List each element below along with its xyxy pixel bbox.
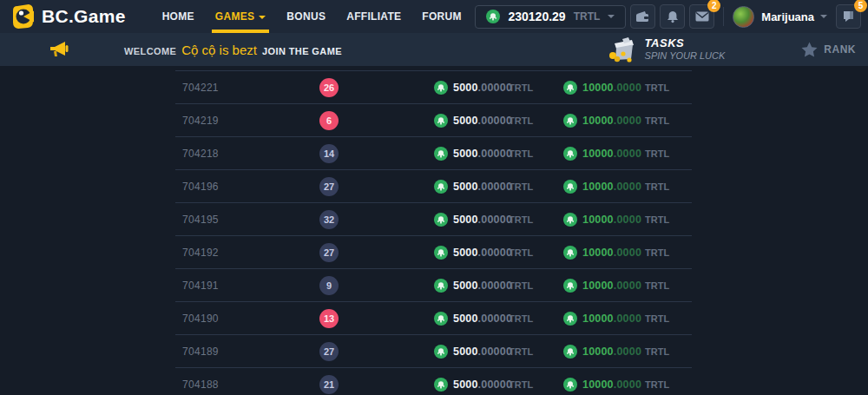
nav-item-home[interactable]: HOME <box>152 0 205 33</box>
result-badge: 26 <box>319 78 339 97</box>
table-row[interactable]: 704191 9 5000.00000 TRTL 10000.0000 <box>175 269 692 302</box>
payout-currency: TRTL <box>640 247 669 258</box>
welcome-username: Cộ cộ is bezt <box>181 43 257 57</box>
result-badge: 27 <box>319 177 339 196</box>
bet-amount-cell: 5000.00000 <box>359 147 505 161</box>
bet-amount: 5000.00000 <box>453 148 512 160</box>
banner-right: TASKS SPIN YOUR LUCK RANK <box>606 36 868 63</box>
chat-count-badge: 5 <box>854 0 867 12</box>
bet-amount: 5000.00000 <box>453 214 512 226</box>
payout-amount: 10000.0000 <box>582 214 641 226</box>
nav-item-games[interactable]: GAMES <box>205 0 277 33</box>
chat-button[interactable]: 5 <box>836 4 861 29</box>
bell-icon <box>667 10 679 23</box>
main-nav: HOMEGAMESBONUSAFFILIATEFORUM <box>152 0 472 33</box>
result-badge: 32 <box>319 210 339 229</box>
top-navbar: BC.Game HOMEGAMESBONUSAFFILIATEFORUM 230… <box>0 0 868 33</box>
payout-currency: TRTL <box>640 280 669 291</box>
bet-amount: 5000.00000 <box>453 115 512 127</box>
user-menu[interactable]: Marijuana <box>733 6 827 28</box>
nav-item-affiliate[interactable]: AFFILIATE <box>336 0 411 33</box>
payout-amount-cell: 10000.0000 <box>557 213 640 227</box>
chevron-down-icon <box>608 15 615 18</box>
treasure-chest-icon <box>606 36 637 63</box>
bet-id: 704195 <box>175 214 299 226</box>
bet-id: 704189 <box>175 346 299 358</box>
payout-amount: 10000.0000 <box>582 280 641 292</box>
bet-amount: 5000.00000 <box>453 313 512 325</box>
trtl-coin-icon <box>563 312 577 326</box>
welcome-message: WELCOME Cộ cộ is bezt JOIN THE GAME <box>124 43 342 57</box>
messages-button[interactable]: 2 <box>689 4 714 29</box>
tasks-widget[interactable]: TASKS SPIN YOUR LUCK <box>606 36 726 63</box>
payout-currency: TRTL <box>640 313 669 324</box>
announcement-banner: WELCOME Cộ cộ is bezt JOIN THE GAME TASK… <box>0 33 868 66</box>
table-row[interactable]: 704190 13 5000.00000 TRTL 10000.000 <box>175 302 692 335</box>
table-row[interactable]: 704219 6 5000.00000 TRTL 10000.0000 <box>175 104 692 137</box>
table-row[interactable]: 704192 27 5000.00000 TRTL 10000.000 <box>175 236 692 269</box>
table-row[interactable]: 704196 27 5000.00000 TRTL 10000.000 <box>175 170 692 203</box>
brand-logo[interactable]: BC.Game <box>10 3 126 30</box>
table-row[interactable]: 704189 27 5000.00000 TRTL 10000.000 <box>175 335 692 368</box>
bet-amount: 5000.00000 <box>453 82 512 94</box>
bet-id: 704192 <box>175 247 299 259</box>
table-row[interactable]: 704218 14 5000.00000 TRTL 10000.000 <box>175 137 692 170</box>
payout-currency: TRTL <box>640 379 669 390</box>
result-badge: 14 <box>319 144 339 163</box>
trtl-coin-icon <box>434 312 448 326</box>
bet-amount: 5000.00000 <box>453 280 512 292</box>
megaphone-icon <box>48 40 70 59</box>
table-row[interactable]: 704195 32 5000.00000 TRTL 10000.000 <box>175 203 692 236</box>
payout-currency: TRTL <box>640 214 669 225</box>
notifications-button[interactable] <box>660 4 685 29</box>
trtl-coin-icon <box>563 147 577 161</box>
result-cell: 27 <box>299 342 359 361</box>
trtl-coin-icon <box>434 114 448 128</box>
balance-selector[interactable]: 230120.29 TRTL <box>475 5 626 29</box>
payout-amount: 10000.0000 <box>582 148 641 160</box>
bet-currency: TRTL <box>505 379 557 390</box>
header-right: 230120.29 TRTL 2 <box>475 4 861 29</box>
wallet-button[interactable] <box>630 4 655 29</box>
bets-table: 704221 26 5000.00000 TRTL 10000.000 <box>175 70 692 395</box>
nav-item-forum[interactable]: FORUM <box>411 0 472 33</box>
header-divider <box>723 7 724 26</box>
trtl-coin-icon <box>563 180 577 194</box>
result-badge: 13 <box>319 309 339 328</box>
payout-amount-cell: 10000.0000 <box>557 246 640 260</box>
bet-currency: TRTL <box>505 148 557 159</box>
result-cell: 32 <box>299 210 359 229</box>
result-badge: 6 <box>319 111 339 130</box>
result-cell: 27 <box>299 177 359 196</box>
bet-amount-cell: 5000.00000 <box>359 81 505 95</box>
bet-amount-cell: 5000.00000 <box>359 279 505 293</box>
bet-amount-cell: 5000.00000 <box>359 213 505 227</box>
trtl-coin-icon <box>563 279 577 293</box>
trtl-coin-icon <box>434 180 448 194</box>
bet-id: 704190 <box>175 313 299 325</box>
trtl-coin-icon <box>563 246 577 260</box>
trtl-coin-icon <box>563 345 577 359</box>
result-cell: 14 <box>299 144 359 163</box>
bet-amount: 5000.00000 <box>453 181 512 193</box>
chat-icon <box>842 10 855 23</box>
payout-amount-cell: 10000.0000 <box>557 114 640 128</box>
bet-currency: TRTL <box>505 313 557 324</box>
nav-item-bonus[interactable]: BONUS <box>276 0 336 33</box>
balance-currency: TRTL <box>574 10 601 23</box>
brand-name: BC.Game <box>42 6 126 27</box>
mail-icon <box>695 11 709 22</box>
bet-id: 704221 <box>175 82 299 94</box>
bet-id: 704191 <box>175 280 299 292</box>
table-row[interactable]: 704188 21 5000.00000 TRTL 10000.000 <box>175 368 692 395</box>
chevron-down-icon <box>820 15 827 18</box>
payout-amount-cell: 10000.0000 <box>557 378 640 392</box>
avatar <box>733 6 754 28</box>
result-badge: 21 <box>319 375 339 394</box>
bet-currency: TRTL <box>505 214 557 225</box>
table-row[interactable]: 704221 26 5000.00000 TRTL 10000.000 <box>175 71 692 104</box>
result-badge: 9 <box>319 276 339 295</box>
chevron-down-icon <box>259 16 266 19</box>
bet-currency: TRTL <box>505 115 557 126</box>
rank-widget[interactable]: RANK <box>801 42 856 57</box>
